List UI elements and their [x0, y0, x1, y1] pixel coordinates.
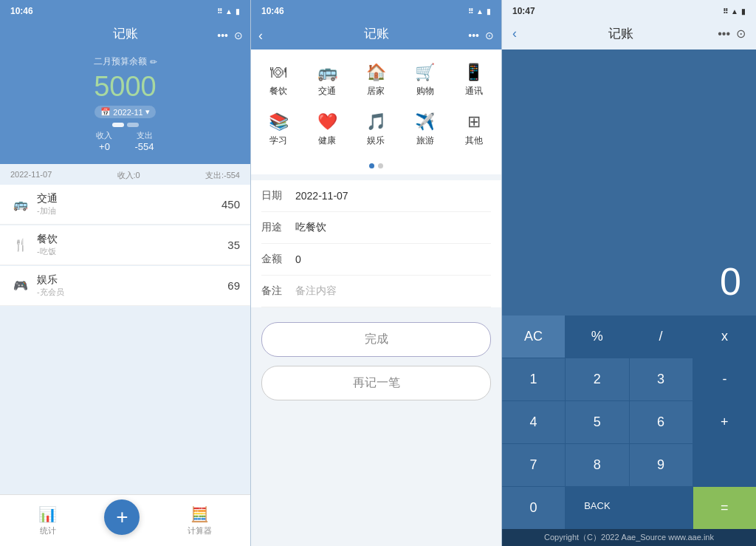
budget-date-row: 📅 2022-11 ▾	[15, 106, 236, 118]
date-value: 2022-11	[113, 108, 142, 117]
income-item: 收入 +0	[96, 130, 112, 152]
calc-ac[interactable]: AC	[502, 315, 565, 358]
income-value: +0	[96, 141, 112, 152]
note-field[interactable]: 备注内容	[295, 284, 491, 298]
budget-amount: 5000	[15, 71, 236, 103]
add-more-button[interactable]: 再记一笔	[261, 366, 491, 400]
date-field[interactable]: 2022-11-07	[295, 190, 491, 202]
copyright-text: Copyright（C）2022 Aae_Source www.aae.ink	[544, 533, 714, 542]
cat-label-2: 居家	[367, 85, 385, 98]
cat-shopping[interactable]: 🛒 购物	[404, 58, 447, 102]
calc-empty	[693, 444, 756, 486]
cat-health[interactable]: ❤️ 健康	[306, 108, 348, 151]
add-button[interactable]: +	[104, 499, 140, 535]
calc-7[interactable]: 7	[502, 444, 565, 486]
copyright-bar: Copyright（C）2022 Aae_Source www.aae.ink	[502, 529, 756, 546]
display-value: 0	[720, 259, 741, 304]
more-icon-3[interactable]: •••	[718, 27, 730, 41]
shopping-icon: 🛒	[415, 63, 435, 82]
calc-4[interactable]: 4	[502, 401, 565, 443]
calculator-keypad: AC % / x 1 2 3 - 4 5 6 + 7 8 9 0 BACK =	[502, 315, 756, 529]
stat-icon: 📊	[38, 505, 57, 523]
signal-icon-2: ⠿	[468, 7, 473, 16]
expense-label: 支出	[134, 130, 154, 141]
app-header-1: 记账 ••• ⊙	[0, 21, 250, 50]
time-2: 10:46	[261, 6, 284, 16]
group-income: 收入:0	[117, 170, 140, 181]
header-icons-1: ••• ⊙	[217, 30, 243, 41]
cat-study[interactable]: 📚 学习	[257, 108, 300, 151]
table-row[interactable]: 🎮 娱乐 -充会员 69	[0, 266, 250, 306]
calc-plus[interactable]: +	[693, 401, 756, 443]
time-1: 10:46	[10, 6, 33, 16]
edit-icon[interactable]: ✏	[150, 57, 157, 67]
calc-9[interactable]: 9	[630, 444, 693, 486]
cat-label-3: 购物	[416, 85, 434, 98]
cat-restaurant[interactable]: 🍽 餐饮	[257, 58, 300, 102]
telecom-icon: 📱	[464, 63, 484, 82]
complete-button[interactable]: 完成	[261, 322, 491, 357]
calc-6[interactable]: 6	[630, 401, 693, 443]
trans-icon-0: 🚌	[10, 194, 31, 215]
date-badge[interactable]: 📅 2022-11 ▾	[94, 106, 155, 118]
more-icon-2[interactable]: •••	[468, 30, 479, 41]
calc-divide[interactable]: /	[630, 315, 693, 358]
target-icon-2[interactable]: ⊙	[485, 30, 494, 41]
amount-field[interactable]: 0	[295, 253, 491, 265]
more-icon[interactable]: •••	[217, 30, 228, 41]
back-button-3[interactable]: ‹	[512, 26, 517, 41]
nav-stat[interactable]: 📊 统计	[38, 505, 57, 536]
calc-5[interactable]: 5	[566, 401, 628, 443]
cat-label-0: 餐饮	[269, 85, 287, 98]
calc-3[interactable]: 3	[630, 358, 693, 400]
calc-multiply[interactable]: x	[693, 315, 756, 358]
status-bar-2: 10:46 ⠿ ▲ ▮	[251, 0, 501, 21]
cat-travel[interactable]: ✈️ 旅游	[404, 108, 447, 151]
dot-2	[127, 123, 139, 127]
calc-8[interactable]: 8	[566, 444, 628, 486]
calc-1[interactable]: 1	[502, 358, 565, 400]
cat-other[interactable]: ⊞ 其他	[453, 108, 495, 151]
app-title-1: 记账	[113, 25, 138, 42]
cat-transport[interactable]: 🚌 交通	[306, 58, 348, 102]
purpose-field[interactable]: 吃餐饮	[295, 221, 491, 234]
target-icon-3[interactable]: ⊙	[736, 27, 746, 41]
cat-entertainment[interactable]: 🎵 娱乐	[354, 108, 397, 151]
calc-minus[interactable]: -	[693, 358, 756, 400]
calc-icon: 🧮	[190, 505, 209, 523]
calc-back[interactable]: BACK	[566, 487, 628, 529]
calc-0[interactable]: 0	[502, 487, 565, 529]
app-header-3: ‹ 记账 ••• ⊙	[502, 21, 756, 50]
trans-sub-0: -加油	[37, 205, 221, 216]
nav-calculator[interactable]: 🧮 计算器	[188, 505, 212, 536]
trans-amount-0: 450	[221, 198, 240, 211]
battery-icon-3: ▮	[741, 7, 746, 16]
wifi-icon-2: ▲	[476, 7, 484, 16]
calc-percent[interactable]: %	[566, 315, 628, 358]
table-row[interactable]: 🍴 餐饮 -吃饭 35	[0, 225, 250, 265]
page-dots	[251, 160, 501, 174]
date-label: 日期	[261, 189, 288, 202]
trans-info-1: 餐饮 -吃饭	[37, 233, 227, 257]
status-icons-1: ⠿ ▲ ▮	[217, 7, 240, 16]
status-icons-3: ⠿ ▲ ▮	[723, 7, 746, 16]
calc-equals[interactable]: =	[693, 487, 756, 529]
header-icons-2: ••• ⊙	[468, 30, 494, 41]
table-row[interactable]: 🚌 交通 -加油 450	[0, 185, 250, 225]
status-bar-3: 10:47 ⠿ ▲ ▮	[502, 0, 756, 21]
other-icon: ⊞	[467, 112, 481, 132]
cat-telecom[interactable]: 📱 通讯	[453, 58, 495, 102]
cat-home[interactable]: 🏠 居家	[354, 58, 397, 102]
wifi-icon-3: ▲	[731, 7, 738, 16]
calculator-display: 0	[502, 50, 756, 315]
status-icons-2: ⠿ ▲ ▮	[468, 7, 491, 16]
screen1: 10:46 ⠿ ▲ ▮ 记账 ••• ⊙ 二月预算余额 ✏ 5000 📅 202…	[0, 0, 251, 546]
calc-2[interactable]: 2	[566, 358, 628, 400]
date-group-header: 2022-11-07 收入:0 支出:-554	[0, 164, 250, 184]
target-icon[interactable]: ⊙	[234, 30, 243, 41]
signal-icon: ⠿	[217, 7, 222, 16]
cat-label-6: 健康	[318, 134, 336, 147]
back-button-2[interactable]: ‹	[258, 27, 263, 43]
income-label: 收入	[96, 130, 112, 141]
page-dot-1	[369, 163, 374, 168]
